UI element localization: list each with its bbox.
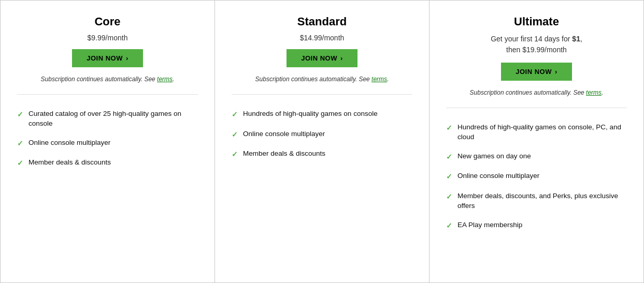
feature-text: New games on day one [457,152,531,161]
feature-item-standard-1: ✓Online console multiplayer [232,129,412,140]
subscription-note-ultimate: Subscription continues automatically. Se… [470,88,604,97]
check-icon: ✓ [17,110,23,120]
check-icon: ✓ [446,123,452,133]
feature-text: Online console multiplayer [28,138,110,148]
join-now-button-ultimate[interactable]: JOIN NOW › [501,63,572,81]
feature-item-standard-2: ✓Member deals & discounts [232,149,412,160]
feature-item-core-1: ✓Online console multiplayer [17,138,198,149]
check-icon: ✓ [446,152,452,162]
check-icon: ✓ [232,130,238,140]
plan-title-core: Core [94,15,120,28]
terms-link-standard[interactable]: terms [371,76,387,83]
plan-price-standard: $14.99/month [300,34,345,42]
feature-text: Member deals & discounts [28,158,111,168]
feature-item-ultimate-3: ✓Member deals, discounts, and Perks, plu… [446,191,627,211]
arrow-icon: › [340,54,343,62]
divider-core [17,94,198,95]
feature-text: Member deals, discounts, and Perks, plus… [457,191,627,211]
terms-link-ultimate[interactable]: terms [586,89,602,96]
feature-item-core-2: ✓Member deals & discounts [17,158,198,169]
check-icon: ✓ [446,192,452,202]
plans-container: Core$9.99/monthJOIN NOW ›Subscription co… [0,0,644,283]
feature-text: Online console multiplayer [243,129,325,139]
plan-card-standard: Standard$14.99/monthJOIN NOW ›Subscripti… [215,1,430,283]
plan-title-ultimate: Ultimate [514,15,559,28]
feature-item-ultimate-4: ✓EA Play membership [446,220,627,231]
plan-price-ultimate: Get your first 14 days for $1,then $19.9… [491,34,582,55]
feature-text: Hundreds of high-quality games on consol… [243,109,378,119]
feature-text: Hundreds of high-quality games on consol… [457,123,627,142]
join-label: JOIN NOW [87,54,123,62]
check-icon: ✓ [17,139,23,149]
subscription-note-core: Subscription continues automatically. Se… [41,75,175,84]
divider-ultimate [446,108,627,108]
features-list-standard: ✓Hundreds of high-quality games on conso… [232,109,412,169]
feature-item-standard-0: ✓Hundreds of high-quality games on conso… [232,109,412,120]
subscription-note-standard: Subscription continues automatically. Se… [255,75,389,84]
features-list-core: ✓Curated catalog of over 25 high-quality… [17,109,198,178]
arrow-icon: › [126,54,128,62]
check-icon: ✓ [446,221,452,231]
join-label: JOIN NOW [301,54,337,62]
terms-link-core[interactable]: terms [157,76,173,83]
divider-standard [232,94,412,95]
join-label: JOIN NOW [516,68,552,76]
check-icon: ✓ [232,110,238,120]
feature-text: Online console multiplayer [457,171,539,181]
feature-item-core-0: ✓Curated catalog of over 25 high-quality… [17,109,198,129]
check-icon: ✓ [232,150,238,160]
plan-card-ultimate: UltimateGet your first 14 days for $1,th… [430,1,644,283]
check-icon: ✓ [17,158,23,169]
join-now-button-core[interactable]: JOIN NOW › [72,49,143,67]
feature-text: Curated catalog of over 25 high-quality … [28,109,198,129]
plan-title-standard: Standard [297,15,347,28]
feature-item-ultimate-1: ✓New games on day one [446,152,627,162]
check-icon: ✓ [446,172,452,182]
plan-card-core: Core$9.99/monthJOIN NOW ›Subscription co… [0,1,215,283]
feature-item-ultimate-0: ✓Hundreds of high-quality games on conso… [446,123,627,142]
plan-price-core: $9.99/month [88,34,128,42]
arrow-icon: › [555,68,557,76]
feature-text: EA Play membership [457,220,522,230]
feature-item-ultimate-2: ✓Online console multiplayer [446,171,627,182]
join-now-button-standard[interactable]: JOIN NOW › [287,49,357,67]
features-list-ultimate: ✓Hundreds of high-quality games on conso… [446,123,627,240]
feature-text: Member deals & discounts [243,149,325,159]
